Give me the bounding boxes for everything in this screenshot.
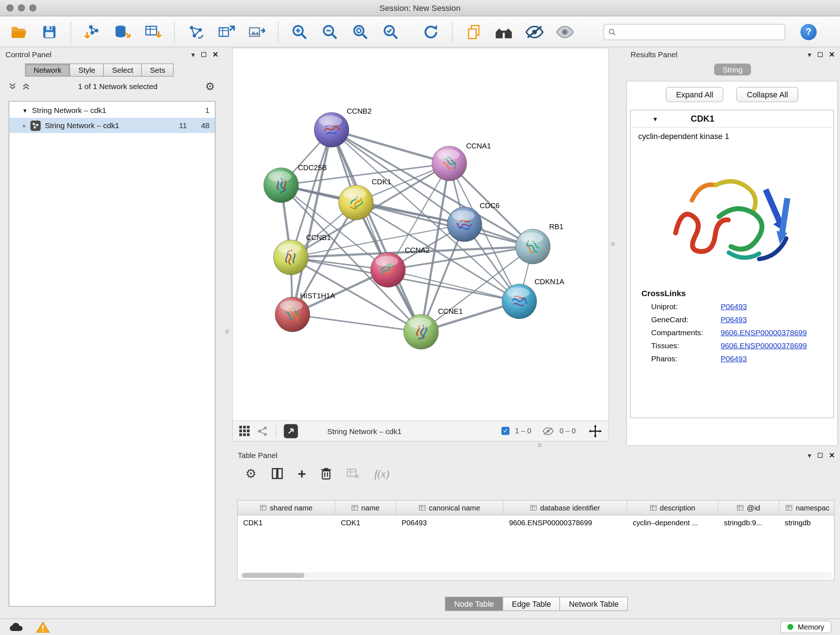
crosslink-link[interactable]: 9606.ENSP00000378699 (721, 341, 807, 350)
panel-close-icon[interactable]: × (829, 450, 835, 460)
network-node[interactable] (371, 253, 406, 287)
network-canvas[interactable]: CCNB2CCNA1CDC25BCDK1CDC6RB1CCNB1CCNA2CDK… (232, 48, 609, 421)
selected-checkbox-icon[interactable]: ✓ (501, 427, 510, 435)
right-splitter-handle[interactable] (611, 242, 615, 246)
network-node[interactable] (404, 315, 439, 349)
show-columns-icon[interactable] (271, 467, 284, 480)
crosslink-link[interactable]: P06493 (721, 315, 747, 324)
column-header[interactable]: shared name (238, 501, 335, 515)
function-builder-icon[interactable]: f(x) (374, 467, 390, 480)
table-row[interactable]: CDK1 CDK1 P06493 9606.ENSP00000378699 cy… (238, 516, 834, 530)
horizontal-scrollbar[interactable] (240, 572, 832, 578)
table-cell[interactable]: 9606.ENSP00000378699 (504, 516, 627, 530)
export-image-button[interactable] (245, 20, 268, 43)
cloud-icon[interactable] (9, 622, 24, 632)
table-cell[interactable]: CDK1 (335, 516, 396, 530)
panel-collapse-icon[interactable]: ▾ (808, 50, 812, 59)
column-header[interactable]: canonical name (396, 501, 504, 515)
network-graph[interactable]: CCNB2CCNA1CDC25BCDK1CDC6RB1CCNB1CCNA2CDK… (233, 49, 608, 421)
crosslink-link[interactable]: P06493 (721, 302, 747, 310)
table-cell[interactable]: CDK1 (238, 516, 335, 530)
minimize-window-button[interactable] (18, 4, 25, 11)
left-splitter-handle[interactable] (225, 330, 229, 334)
panel-close-icon[interactable]: × (829, 50, 835, 59)
column-header[interactable]: name (335, 501, 396, 515)
network-node[interactable] (515, 229, 550, 264)
tab-node-table[interactable]: Node Table (445, 597, 503, 611)
scrollbar-thumb[interactable] (242, 573, 305, 578)
import-network-file-button[interactable] (81, 20, 104, 43)
entry-collapse-icon[interactable]: ▼ (652, 116, 658, 122)
network-node[interactable] (275, 297, 310, 332)
collapse-all-button[interactable]: Collapse All (737, 87, 798, 102)
crosslink-link[interactable]: P06493 (721, 354, 747, 363)
new-network-button[interactable] (185, 20, 207, 43)
copy-document-button[interactable] (462, 20, 485, 43)
tab-select[interactable]: Select (103, 64, 142, 77)
import-table-button[interactable] (142, 20, 164, 43)
table-cell[interactable]: cyclin–dependent ... (627, 516, 718, 530)
import-network-database-button[interactable] (111, 20, 134, 43)
expand-all-button[interactable]: Expand All (666, 87, 723, 102)
network-node[interactable] (447, 207, 482, 242)
table-cell[interactable]: stringdb:9... (718, 516, 779, 530)
tab-network[interactable]: Network (25, 64, 70, 77)
open-in-new-icon[interactable] (284, 424, 298, 438)
network-from-table-button[interactable] (215, 20, 238, 43)
open-session-button[interactable] (8, 20, 30, 43)
crosslink-link[interactable]: 9606.ENSP00000378699 (721, 328, 807, 337)
panel-close-icon[interactable]: × (213, 50, 218, 59)
tab-network-table[interactable]: Network Table (560, 597, 628, 611)
column-header[interactable]: description (627, 501, 718, 515)
node-label: CCNB2 (347, 107, 372, 115)
network-collection-row[interactable]: ▼ String Network – cdk1 1 (9, 103, 215, 118)
apply-layout-button[interactable] (420, 20, 442, 43)
first-neighbors-button[interactable] (493, 20, 515, 43)
tab-sets[interactable]: Sets (141, 64, 174, 77)
network-row[interactable]: ● String Network – cdk1 11 48 (9, 118, 215, 133)
table-cell[interactable]: stringdb (779, 516, 835, 530)
network-node[interactable] (502, 284, 537, 319)
tab-style[interactable]: Style (70, 64, 104, 77)
network-node[interactable] (314, 112, 349, 147)
fit-content-crosshair-icon[interactable] (589, 424, 602, 437)
search-input[interactable] (619, 28, 781, 36)
delete-trash-icon[interactable] (320, 467, 332, 480)
panel-collapse-icon[interactable]: ▾ (808, 451, 812, 459)
column-header[interactable]: namespac (779, 501, 835, 515)
string-results-tab[interactable]: String (714, 64, 752, 76)
bottom-splitter-handle[interactable] (538, 443, 542, 447)
hide-selected-button[interactable] (523, 20, 546, 43)
collapse-all-chevron-icon[interactable] (22, 82, 31, 90)
tree-expand-icon[interactable]: ▼ (22, 107, 28, 113)
panel-float-icon[interactable] (818, 52, 823, 57)
show-all-button[interactable] (554, 20, 576, 43)
zoom-fit-button[interactable] (349, 20, 372, 43)
close-window-button[interactable] (6, 4, 14, 11)
birds-eye-grid-icon[interactable] (240, 426, 250, 436)
network-node[interactable] (339, 185, 373, 220)
gear-icon[interactable]: ⚙ (205, 81, 215, 92)
table-settings-gear-icon[interactable]: ⚙ (245, 467, 256, 480)
expand-all-chevron-icon[interactable] (9, 82, 17, 90)
add-column-plus-icon[interactable]: + (298, 467, 306, 481)
column-header[interactable]: database identifier (504, 501, 627, 515)
help-button[interactable]: ? (801, 24, 817, 40)
share-network-icon[interactable] (257, 425, 268, 436)
table-cell[interactable]: P06493 (396, 516, 504, 530)
panel-float-icon[interactable] (818, 453, 823, 458)
memory-button[interactable]: Memory (780, 621, 831, 633)
network-node[interactable] (273, 240, 308, 275)
zoom-selected-button[interactable] (379, 20, 402, 43)
warning-icon[interactable] (36, 621, 50, 633)
network-node[interactable] (264, 168, 298, 203)
panel-collapse-icon[interactable]: ▾ (191, 50, 195, 59)
panel-float-icon[interactable] (202, 52, 207, 57)
tab-edge-table[interactable]: Edge Table (502, 597, 560, 611)
zoom-in-button[interactable] (288, 20, 311, 43)
zoom-window-button[interactable] (29, 4, 36, 11)
network-node[interactable] (432, 146, 467, 181)
zoom-out-button[interactable] (319, 20, 341, 43)
column-header[interactable]: @id (718, 501, 779, 515)
save-session-button[interactable] (38, 20, 61, 43)
